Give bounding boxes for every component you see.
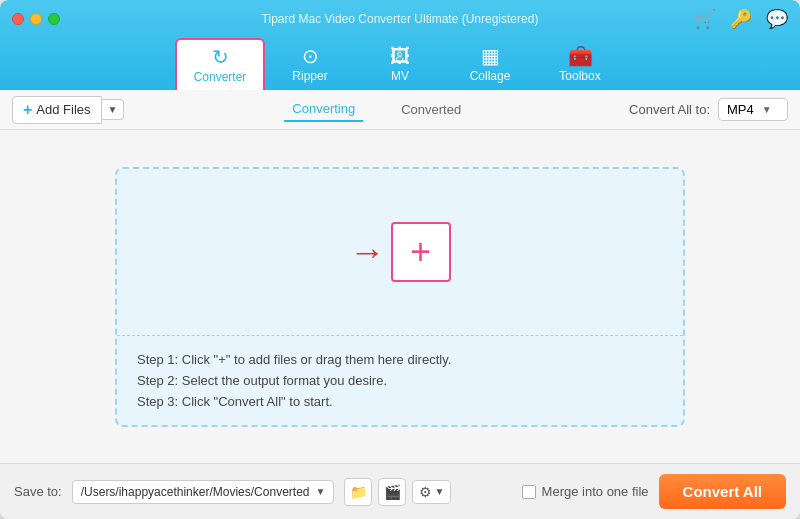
mv-icon: 🖼 bbox=[390, 46, 410, 66]
app-window: Tipard Mac Video Converter Ultimate (Unr… bbox=[0, 0, 800, 519]
tab-converter-label: Converter bbox=[194, 70, 247, 84]
add-files-plus-box[interactable]: + bbox=[391, 222, 451, 282]
bottom-icons: 📁 🎬 ⚙ ▼ bbox=[344, 478, 451, 506]
tab-toolbox-label: Toolbox bbox=[559, 69, 600, 83]
merge-label: Merge into one file bbox=[542, 484, 649, 499]
collage-icon: ▦ bbox=[481, 46, 500, 66]
add-plus-icon: + bbox=[23, 101, 32, 119]
drop-zone[interactable]: → + Step 1: Click "+" to add files or dr… bbox=[115, 167, 685, 427]
tab-ripper[interactable]: ⊙ Ripper bbox=[265, 38, 355, 90]
minimize-button[interactable] bbox=[30, 13, 42, 25]
titlebar: Tipard Mac Video Converter Ultimate (Unr… bbox=[0, 0, 800, 90]
drop-zone-lower: Step 1: Click "+" to add files or drag t… bbox=[117, 336, 683, 425]
maximize-button[interactable] bbox=[48, 13, 60, 25]
merge-checkbox-area: Merge into one file bbox=[522, 484, 649, 499]
add-files-dropdown-button[interactable]: ▼ bbox=[102, 99, 125, 120]
step-3-text: Step 3: Click "Convert All" to start. bbox=[137, 394, 663, 409]
red-arrow-icon: → bbox=[350, 231, 386, 273]
settings-button[interactable]: ⚙ ▼ bbox=[412, 480, 451, 504]
format-select[interactable]: MP4 ▼ bbox=[718, 98, 788, 121]
save-path-dropdown-icon: ▼ bbox=[315, 486, 325, 497]
merge-checkbox[interactable] bbox=[522, 485, 536, 499]
format-value: MP4 bbox=[727, 102, 754, 117]
gear-icon: ⚙ bbox=[419, 484, 432, 500]
tab-converter[interactable]: ↻ Converter bbox=[175, 38, 265, 90]
save-to-label: Save to: bbox=[14, 484, 62, 499]
cart-icon[interactable]: 🛒 bbox=[694, 8, 716, 30]
arrow-plus-container: → + bbox=[350, 222, 451, 282]
folder-icon-button[interactable]: 📁 bbox=[344, 478, 372, 506]
titlebar-top: Tipard Mac Video Converter Ultimate (Unr… bbox=[0, 0, 800, 38]
titlebar-icons: 🛒 🔑 💬 bbox=[694, 8, 788, 30]
preview-icon-button[interactable]: 🎬 bbox=[378, 478, 406, 506]
chat-icon[interactable]: 💬 bbox=[766, 8, 788, 30]
plus-sign-icon: + bbox=[410, 234, 431, 270]
convert-all-to-label: Convert All to: bbox=[629, 102, 710, 117]
tab-ripper-label: Ripper bbox=[292, 69, 327, 83]
add-files-button[interactable]: + Add Files bbox=[12, 96, 102, 124]
convert-all-button[interactable]: Convert All bbox=[659, 474, 786, 509]
converted-tab[interactable]: Converted bbox=[393, 98, 469, 121]
key-icon[interactable]: 🔑 bbox=[730, 8, 752, 30]
save-path-input[interactable]: /Users/ihappyacethinker/Movies/Converted… bbox=[72, 480, 335, 504]
close-button[interactable] bbox=[12, 13, 24, 25]
toolbar-tabs: Converting Converted bbox=[124, 97, 629, 122]
bottom-bar: Save to: /Users/ihappyacethinker/Movies/… bbox=[0, 463, 800, 519]
ripper-icon: ⊙ bbox=[302, 46, 319, 66]
tab-collage[interactable]: ▦ Collage bbox=[445, 38, 535, 90]
tab-mv-label: MV bbox=[391, 69, 409, 83]
gear-dropdown-arrow-icon: ▼ bbox=[434, 486, 444, 497]
step-2-text: Step 2: Select the output format you des… bbox=[137, 373, 663, 388]
save-path-value: /Users/ihappyacethinker/Movies/Converted bbox=[81, 485, 310, 499]
step-1-text: Step 1: Click "+" to add files or drag t… bbox=[137, 352, 663, 367]
toolbox-icon: 🧰 bbox=[568, 46, 593, 66]
convert-all-section: Convert All to: MP4 ▼ bbox=[629, 98, 788, 121]
traffic-lights bbox=[12, 13, 60, 25]
tab-mv[interactable]: 🖼 MV bbox=[355, 38, 445, 90]
nav-tabs: ↻ Converter ⊙ Ripper 🖼 MV ▦ Collage 🧰 To… bbox=[0, 38, 800, 90]
main-content: → + Step 1: Click "+" to add files or dr… bbox=[0, 130, 800, 463]
drop-zone-upper: → + bbox=[117, 169, 683, 336]
tab-toolbox[interactable]: 🧰 Toolbox bbox=[535, 38, 625, 90]
converting-tab[interactable]: Converting bbox=[284, 97, 363, 122]
toolbar: + Add Files ▼ Converting Converted Conve… bbox=[0, 90, 800, 130]
converter-icon: ↻ bbox=[212, 47, 229, 67]
tab-collage-label: Collage bbox=[470, 69, 511, 83]
add-files-label: Add Files bbox=[36, 102, 90, 117]
app-title: Tipard Mac Video Converter Ultimate (Unr… bbox=[262, 12, 539, 26]
format-dropdown-arrow-icon: ▼ bbox=[762, 104, 772, 115]
